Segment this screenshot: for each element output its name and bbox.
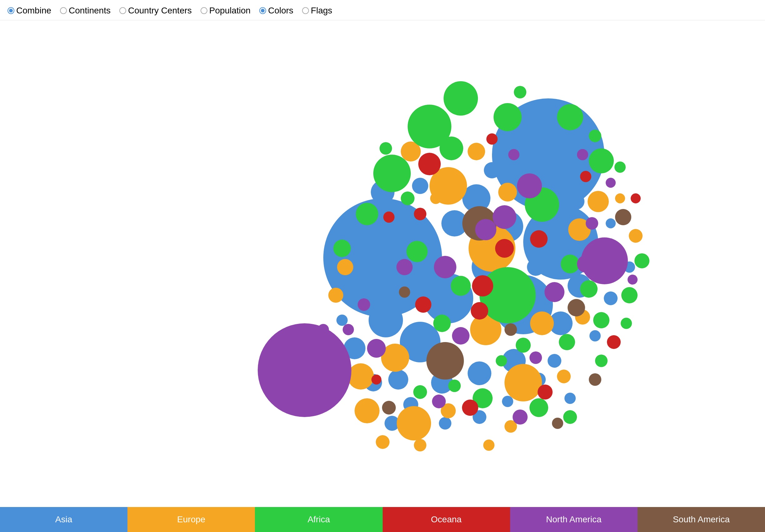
bubble[interactable] (484, 162, 500, 178)
bubble[interactable] (479, 267, 536, 323)
radio-country-centers[interactable]: Country Centers (119, 6, 192, 16)
legend-south-america[interactable]: South America (637, 507, 765, 532)
bubble[interactable] (512, 409, 527, 424)
bubble[interactable] (493, 103, 522, 131)
bubble[interactable] (577, 255, 594, 273)
bubble[interactable] (406, 241, 427, 262)
legend-europe[interactable]: Europe (128, 507, 255, 532)
bubble[interactable] (443, 81, 478, 116)
bubble[interactable] (448, 379, 461, 392)
bubble[interactable] (504, 323, 517, 336)
bubble[interactable] (606, 178, 616, 188)
bubble[interactable] (382, 401, 396, 414)
radio-population[interactable]: Population (201, 6, 251, 16)
bubble[interactable] (415, 296, 431, 313)
bubble[interactable] (475, 219, 496, 240)
bubble[interactable] (462, 399, 478, 416)
bubble[interactable] (587, 191, 609, 212)
bubble[interactable] (345, 217, 358, 230)
bubble[interactable] (495, 239, 514, 258)
radio-flags[interactable]: Flags (302, 6, 332, 16)
legend-north-america[interactable]: North America (510, 507, 637, 532)
bubble[interactable] (258, 323, 352, 417)
bubble[interactable] (348, 363, 374, 389)
bubble[interactable] (333, 240, 351, 257)
bubble[interactable] (547, 354, 561, 368)
bubble[interactable] (567, 299, 585, 316)
bubble[interactable] (586, 217, 598, 230)
bubble[interactable] (413, 385, 427, 399)
bubble[interactable] (631, 193, 641, 203)
bubble[interactable] (615, 193, 625, 203)
bubble[interactable] (430, 193, 441, 204)
bubble[interactable] (514, 86, 526, 98)
bubble[interactable] (483, 439, 494, 451)
bubble[interactable] (607, 335, 621, 349)
bubble[interactable] (358, 242, 370, 255)
bubble[interactable] (392, 211, 417, 236)
bubble[interactable] (383, 212, 394, 223)
bubble[interactable] (529, 398, 548, 417)
bubble[interactable] (343, 324, 354, 335)
bubble[interactable] (504, 364, 542, 401)
bubble[interactable] (580, 280, 597, 298)
bubble[interactable] (516, 338, 531, 353)
bubble[interactable] (595, 354, 607, 367)
bubble[interactable] (486, 133, 497, 145)
bubble[interactable] (561, 255, 579, 273)
bubble[interactable] (537, 384, 552, 399)
bubble[interactable] (439, 137, 463, 160)
bubble[interactable] (337, 259, 353, 275)
bubble[interactable] (498, 183, 517, 202)
bubble[interactable] (627, 274, 637, 284)
bubble[interactable] (580, 171, 591, 182)
bubble[interactable] (433, 314, 451, 332)
bubble[interactable] (376, 435, 389, 449)
bubble[interactable] (604, 291, 617, 305)
bubble[interactable] (472, 275, 493, 296)
bubble[interactable] (552, 418, 563, 429)
bubble[interactable] (418, 153, 441, 175)
bubble[interactable] (559, 334, 575, 350)
bubble[interactable] (577, 149, 588, 160)
bubble[interactable] (492, 205, 516, 229)
bubble[interactable] (589, 148, 614, 173)
bubble[interactable] (356, 203, 378, 225)
bubble[interactable] (451, 276, 471, 296)
legend-oceana[interactable]: Oceana (382, 507, 510, 532)
bubble[interactable] (412, 178, 428, 194)
bubble[interactable] (530, 311, 554, 335)
bubble[interactable] (397, 406, 431, 440)
legend-asia[interactable]: Asia (0, 507, 128, 532)
bubble[interactable] (517, 173, 542, 198)
bubble[interactable] (629, 229, 642, 243)
radio-continents[interactable]: Continents (60, 6, 111, 16)
bubble[interactable] (544, 282, 564, 302)
bubble[interactable] (452, 327, 469, 344)
bubble[interactable] (318, 324, 329, 335)
bubble[interactable] (380, 142, 392, 155)
bubble[interactable] (414, 439, 426, 451)
bubble[interactable] (434, 256, 456, 278)
bubble[interactable] (621, 287, 637, 303)
bubble[interactable] (369, 303, 403, 337)
bubble[interactable] (372, 374, 382, 384)
bubble[interactable] (564, 393, 576, 404)
bubble[interactable] (529, 351, 542, 364)
bubble[interactable] (568, 193, 584, 210)
bubble[interactable] (530, 230, 547, 248)
bubble[interactable] (541, 103, 556, 118)
bubble[interactable] (563, 410, 577, 424)
bubble[interactable] (557, 369, 571, 383)
bubble[interactable] (396, 259, 412, 275)
bubble[interactable] (467, 361, 491, 385)
bubble[interactable] (367, 339, 386, 358)
bubble[interactable] (401, 192, 414, 205)
bubble[interactable] (388, 369, 408, 389)
bubble[interactable] (606, 218, 616, 229)
bubble[interactable] (589, 330, 601, 341)
bubble[interactable] (471, 302, 488, 319)
bubble[interactable] (414, 208, 426, 220)
bubble[interactable] (358, 298, 370, 311)
bubble[interactable] (527, 259, 544, 276)
